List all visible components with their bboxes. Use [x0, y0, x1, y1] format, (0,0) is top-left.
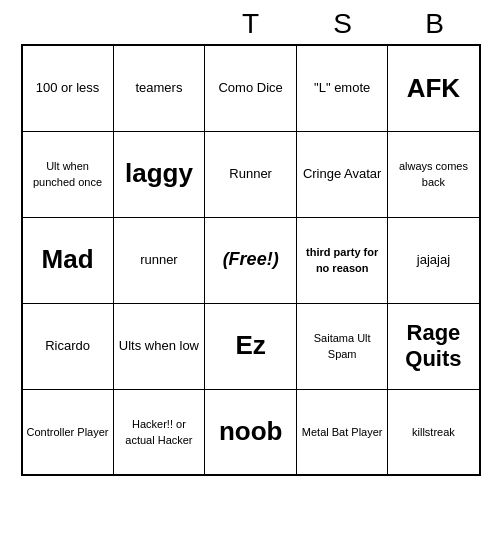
cell-r4-c1: Hacker!! or actual Hacker — [113, 389, 205, 475]
cell-r1-c1: laggy — [113, 131, 205, 217]
cell-r1-c2: Runner — [205, 131, 297, 217]
cell-r2-c1: runner — [113, 217, 205, 303]
cell-r3-c4: Rage Quits — [388, 303, 480, 389]
bingo-table: 100 or lessteamersComo Dice"L" emoteAFKU… — [21, 44, 481, 476]
cell-r2-c4: jajajaj — [388, 217, 480, 303]
cell-r1-c4: always comes back — [388, 131, 480, 217]
header-b: B — [389, 8, 481, 40]
cell-r4-c3: Metal Bat Player — [296, 389, 387, 475]
cell-r1-c3: Cringe Avatar — [296, 131, 387, 217]
header-t: T — [205, 8, 297, 40]
header-s: S — [297, 8, 389, 40]
cell-r0-c2: Como Dice — [205, 45, 297, 131]
cell-r0-c1: teamers — [113, 45, 205, 131]
cell-r2-c0: Mad — [22, 217, 114, 303]
cell-r1-c0: Ult when punched once — [22, 131, 114, 217]
cell-r2-c2: (Free!) — [205, 217, 297, 303]
cell-r4-c4: killstreak — [388, 389, 480, 475]
cell-r0-c3: "L" emote — [296, 45, 387, 131]
cell-r0-c4: AFK — [388, 45, 480, 131]
cell-r0-c0: 100 or less — [22, 45, 114, 131]
cell-r3-c2: Ez — [205, 303, 297, 389]
cell-r4-c2: noob — [205, 389, 297, 475]
cell-r3-c0: Ricardo — [22, 303, 114, 389]
cell-r4-c0: Controller Player — [22, 389, 114, 475]
cell-r3-c1: Ults when low — [113, 303, 205, 389]
cell-r2-c3: third party for no reason — [296, 217, 387, 303]
column-headers: T S B — [21, 0, 481, 44]
cell-r3-c3: Saitama Ult Spam — [296, 303, 387, 389]
